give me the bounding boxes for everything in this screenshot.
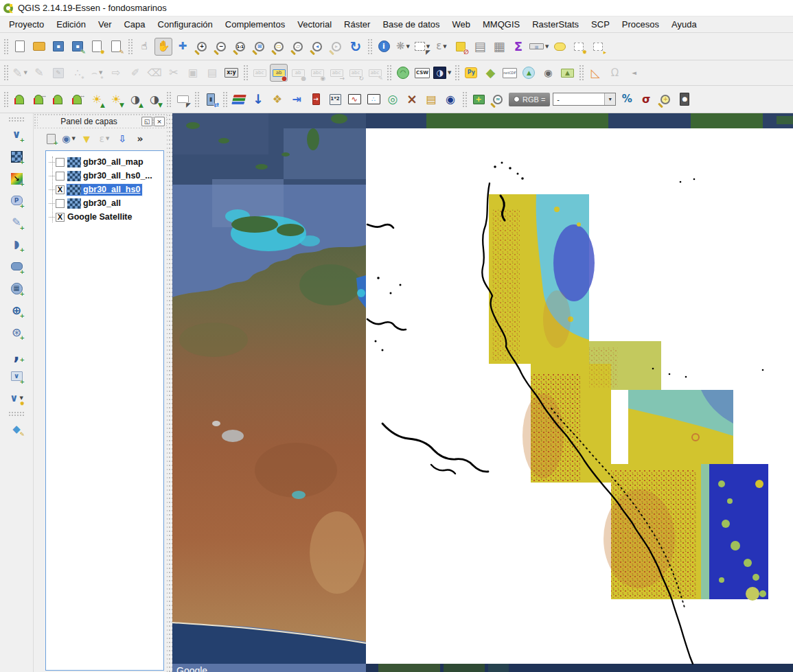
menu-complementos[interactable]: Complementos — [219, 18, 291, 31]
layer-row-body[interactable]: gbr30_all_hs0 — [67, 184, 142, 196]
layer-visibility-checkbox[interactable]: X — [56, 213, 65, 222]
layer-row-gbr30-all-map[interactable]: gbr30_all_map — [46, 155, 163, 169]
panel-close-button[interactable]: × — [154, 117, 165, 126]
gps-device-icon[interactable]: ▮⇄ — [202, 91, 220, 108]
add-feature-icon[interactable]: ∴＊ — [69, 64, 87, 82]
zoom-out-icon[interactable]: − — [212, 38, 230, 56]
scp-rgb-widget-icon[interactable]: RGB = — [508, 91, 551, 108]
menu-base-de-datos[interactable]: Base de datos — [376, 18, 446, 31]
new-shapefile-layer-icon[interactable]: ∨+ — [8, 367, 25, 385]
add-gradient-raster-icon[interactable]: ↘+ — [8, 170, 25, 187]
scp-spectral-plot-icon[interactable]: ∿ — [345, 91, 363, 108]
add-vector-layer-icon[interactable]: ∨+ — [8, 126, 25, 143]
menu-vectorial[interactable]: Vectorial — [291, 18, 338, 31]
change-label-icon[interactable]: abc✎ — [366, 64, 384, 82]
scp-band-set-icon[interactable] — [230, 91, 248, 108]
geometry-edit-tool-icon[interactable]: ◆✎ — [8, 420, 25, 438]
node-tool-icon[interactable]: ✐ — [126, 64, 144, 82]
measure-line-icon[interactable]: ꞁꞁꞁ▼ — [529, 38, 549, 56]
layer-visibility-checkbox[interactable] — [56, 172, 65, 181]
gearth-view-icon[interactable]: ◑▼ — [433, 64, 452, 82]
show-bookmarks-icon[interactable]: ▸ — [589, 38, 607, 56]
scp-user-manual-icon[interactable]: ▤ — [422, 91, 440, 108]
add-group-icon[interactable]: + — [43, 131, 59, 146]
statistical-summary-icon[interactable]: Σ — [509, 38, 527, 56]
label-visibility-icon[interactable]: abc◉ — [308, 64, 326, 82]
expand-collapse-all-icon[interactable]: ⇩ — [114, 131, 130, 146]
new-layer-menu-icon[interactable]: ∨✹▼ — [8, 389, 25, 407]
layer-visibility-checkbox[interactable] — [56, 158, 65, 167]
toggle-editing-icon[interactable]: ✎ — [30, 64, 48, 82]
increase-brightness-icon[interactable]: ☀▲ — [88, 91, 106, 108]
coordinate-capture-icon[interactable]: x:y — [222, 64, 240, 82]
python-console-icon[interactable]: Py — [462, 64, 480, 82]
scp-crossed-tools-icon[interactable]: × — [403, 91, 421, 108]
menu-mmqgis[interactable]: MMQGIS — [476, 18, 526, 31]
cut-features-icon[interactable]: ✂ — [165, 64, 183, 82]
scp-export-exit-icon[interactable]: → — [307, 91, 325, 108]
profile-tool-icon[interactable]: ▲ — [558, 64, 576, 82]
toolbar-overflow-row2-icon[interactable]: ◄ — [625, 64, 643, 82]
menu-web[interactable]: Web — [446, 18, 477, 31]
text-annotation-icon[interactable]: ◤ — [174, 91, 192, 108]
zoom-to-layer-icon[interactable]: ▭ — [270, 38, 288, 56]
add-wfs-layer-icon[interactable]: ⊛+ — [8, 323, 25, 341]
scp-plugin-hub-icon[interactable]: ◉ — [441, 91, 459, 108]
add-postgis-layer-icon[interactable]: P+ — [8, 192, 25, 209]
menu-proyecto[interactable]: Proyecto — [3, 18, 50, 31]
decrease-brightness-icon[interactable]: ☀▼ — [107, 91, 125, 108]
scp-zoom-to-image-icon[interactable]: ≈ — [489, 91, 507, 108]
map-canvas[interactable]: Google — [172, 113, 793, 672]
add-mssql-layer-icon[interactable]: ◗+ — [8, 235, 25, 253]
highlight-pinned-labels-icon[interactable]: abc — [251, 64, 268, 82]
panel-float-button[interactable]: ◱ — [141, 117, 152, 126]
add-delimited-text-layer-icon[interactable]: ,+ — [8, 345, 25, 363]
move-label-icon[interactable]: abc→ — [327, 64, 345, 82]
save-project-icon[interactable]: ▪ — [49, 38, 67, 56]
scp-sigma-stretch-icon[interactable]: σ — [637, 91, 655, 108]
composer-manager-icon[interactable]: ✎ — [107, 38, 125, 56]
scp-torus-icon[interactable]: ◎ — [384, 91, 402, 108]
zoom-full-icon[interactable]: ⊞ — [251, 38, 268, 56]
menu-r-ster[interactable]: Ráster — [338, 18, 376, 31]
pan-to-selection-icon[interactable]: ✚ — [174, 38, 192, 56]
add-oracle-layer-icon[interactable]: + — [8, 257, 25, 275]
layer-row-body[interactable]: gbr30_all — [67, 198, 123, 209]
deselect-features-icon[interactable]: ∅ — [452, 38, 470, 56]
filter-by-expression-icon[interactable]: ε▼ — [96, 131, 113, 146]
map-tips-icon[interactable] — [551, 38, 568, 56]
scp-add-to-map-icon[interactable]: + — [470, 91, 487, 108]
add-wms-layer-icon[interactable]: ▦+ — [8, 279, 25, 297]
full-histogram-stretch-icon[interactable]: ↔ — [30, 91, 48, 108]
touch-zoom-pan-icon[interactable]: ☝ — [135, 38, 153, 56]
menu-scp[interactable]: SCP — [585, 18, 616, 31]
zoom-to-selection-icon[interactable]: ▱ — [289, 38, 307, 56]
layer-visibility-checkbox[interactable]: X — [56, 185, 65, 194]
scp-zoom-plus-icon[interactable]: + — [656, 91, 674, 108]
pan-map-icon[interactable]: ✋ — [154, 38, 172, 56]
local-cumulative-stretch-icon[interactable] — [49, 91, 67, 108]
show-hide-labels-icon[interactable]: ab● — [289, 64, 307, 82]
layer-row-body[interactable]: gbr30_all_hs0_... — [67, 170, 154, 182]
new-print-composer-icon[interactable]: ✹ — [88, 38, 106, 56]
refresh-map-icon[interactable]: ↻ — [347, 38, 365, 56]
osm-place-search-icon[interactable]: ◠ — [394, 64, 412, 82]
layer-row-gbr30-all-hs0-[interactable]: gbr30_all_hs0_... — [46, 169, 163, 183]
layer-row-body[interactable]: gbr30_all_map — [67, 157, 146, 168]
layer-row-body[interactable]: Google Satellite — [67, 211, 134, 222]
snapping-magnet-icon[interactable]: Ω — [606, 64, 623, 82]
zoom-next-icon[interactable]: ▸ — [327, 38, 345, 56]
field-calculator-icon[interactable]: ▦ — [490, 38, 508, 56]
run-feature-action-icon[interactable]: ❋▼ — [394, 38, 412, 56]
scp-band-calc-icon[interactable]: 1*2 — [326, 91, 344, 108]
metasearch-csw-icon[interactable]: CSW — [413, 64, 431, 82]
add-wcs-layer-icon[interactable]: ⊕+ — [8, 301, 25, 319]
new-project-icon[interactable] — [11, 38, 29, 56]
add-spatialite-layer-icon[interactable]: ✎+ — [8, 213, 25, 231]
open-attribute-table-icon[interactable]: ▤ — [471, 38, 489, 56]
menu-ayuda[interactable]: Ayuda — [665, 18, 703, 31]
layer-row-gbr30-all-hs0[interactable]: Xgbr30_all_hs0 — [46, 183, 163, 196]
identify-features-icon[interactable]: i — [375, 38, 393, 56]
layer-visibility-checkbox[interactable] — [56, 199, 65, 208]
paste-features-icon[interactable]: ▤ — [203, 64, 221, 82]
